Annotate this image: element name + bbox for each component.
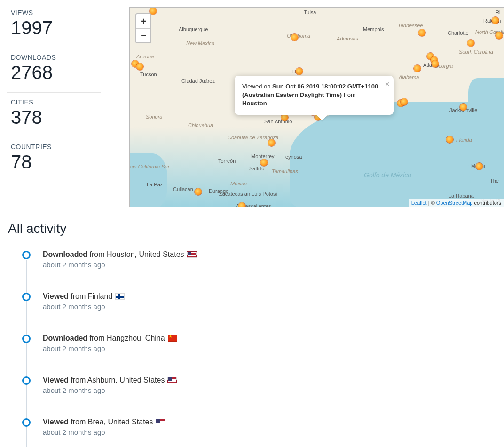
activity-item: Viewed from Brea, United States about 2 … [22, 418, 504, 436]
activity-location: from Hangzhou, China [87, 334, 165, 342]
activity-action: Downloaded [43, 334, 87, 342]
activity-location: from Ashburn, United States [69, 376, 165, 384]
map-popup: × Viewed on Sun Oct 06 2019 18:00:02 GMT… [235, 76, 394, 115]
map-attribution: Leaflet | © OpenStreetMap contributors [409, 199, 504, 207]
zoom-in-button[interactable]: + [136, 14, 150, 28]
stat-value: 2768 [11, 62, 97, 83]
activity-timeline: Downloaded from Houston, United States a… [22, 250, 504, 436]
map-marker[interactable] [136, 63, 143, 70]
timeline-dot-icon [22, 251, 31, 259]
osm-link[interactable]: OpenStreetMap [436, 200, 473, 206]
timeline-dot-icon [22, 418, 31, 427]
stat-label: CITIES [11, 98, 97, 106]
popup-city: Houston [242, 100, 267, 107]
stat-value: 378 [11, 107, 97, 128]
flag-icon [115, 293, 125, 300]
activity-item: Downloaded from Houston, United States a… [22, 250, 504, 269]
map-marker[interactable] [492, 17, 499, 24]
map-marker[interactable] [291, 34, 298, 41]
map-marker[interactable] [418, 29, 425, 36]
map-marker[interactable] [195, 188, 202, 195]
activity-location: from Houston, United States [87, 250, 184, 258]
activity-item: Viewed from Finland about 2 months ago [22, 292, 504, 311]
stat-downloads: DOWNLOADS 2768 [7, 48, 101, 93]
activity-time: about 2 months ago [43, 344, 504, 352]
stat-views: VIEWS 1997 [7, 7, 101, 48]
flag-icon [167, 377, 177, 383]
activity-time: about 2 months ago [43, 428, 504, 436]
map-marker[interactable] [401, 98, 408, 105]
map-marker[interactable] [496, 32, 503, 39]
leaflet-link[interactable]: Leaflet [411, 200, 427, 206]
stat-label: COUNTRIES [11, 143, 97, 151]
map-marker[interactable] [260, 159, 268, 166]
timeline-dot-icon [22, 293, 31, 301]
zoom-control: + − [135, 13, 151, 43]
activity-time: about 2 months ago [43, 386, 504, 394]
flag-icon [187, 251, 197, 258]
activity-time: about 2 months ago [43, 303, 504, 311]
activity-location: from Brea, United States [69, 418, 153, 426]
activity-action: Downloaded [43, 250, 87, 258]
activity-time: about 2 months ago [43, 261, 504, 269]
activity-item: Viewed from Ashburn, United States about… [22, 376, 504, 394]
flag-icon [156, 419, 165, 425]
activity-location: from Finland [69, 292, 112, 300]
timeline-dot-icon [22, 335, 31, 343]
activity-action: Viewed [43, 292, 69, 300]
activity-item: Downloaded from Hangzhou, China about 2 … [22, 334, 504, 352]
map-marker[interactable] [467, 40, 474, 47]
stat-label: VIEWS [11, 9, 97, 16]
activity-action: Viewed [43, 418, 69, 426]
map-marker[interactable] [238, 202, 245, 207]
popup-text-prefix: Viewed on [242, 83, 272, 90]
zoom-out-button[interactable]: − [136, 28, 150, 42]
flag-icon [168, 335, 177, 342]
activity-heading: All activity [8, 221, 504, 236]
map-marker[interactable] [476, 163, 483, 170]
stat-cities: CITIES 378 [7, 93, 101, 137]
stat-value: 78 [11, 152, 97, 172]
stat-label: DOWNLOADS [11, 54, 97, 61]
stat-countries: COUNTRIES 78 [7, 137, 101, 182]
timeline-dot-icon [22, 376, 31, 385]
map-marker[interactable] [414, 65, 421, 72]
map-marker[interactable] [446, 136, 453, 143]
stat-value: 1997 [11, 17, 97, 38]
activity-action: Viewed [43, 376, 69, 384]
map-marker[interactable] [460, 104, 467, 111]
activity-map[interactable]: Arizona New Mexico Oklahoma Arkansas Ten… [129, 7, 504, 207]
map-marker[interactable] [296, 68, 303, 75]
stats-panel: VIEWS 1997 DOWNLOADS 2768 CITIES 378 COU… [7, 7, 101, 207]
popup-text-from: from [342, 91, 356, 98]
map-marker[interactable] [268, 139, 275, 146]
close-icon[interactable]: × [385, 79, 390, 90]
map-marker[interactable] [281, 114, 288, 121]
map-marker[interactable] [432, 60, 439, 67]
